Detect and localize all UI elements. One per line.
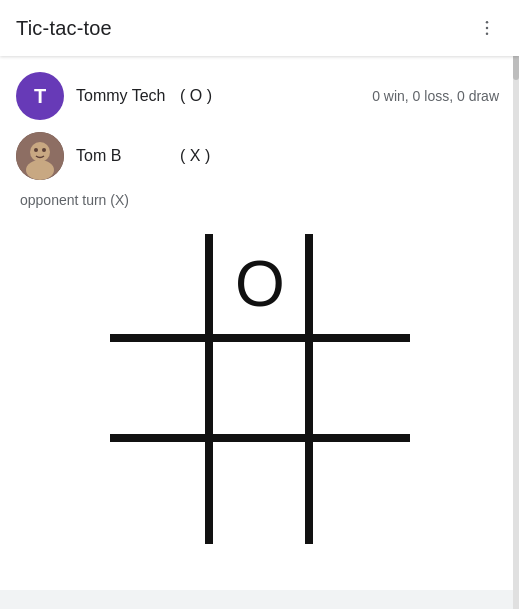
turn-indicator: opponent turn (X) xyxy=(20,192,503,208)
player-name-0: Tommy Tech xyxy=(76,87,176,105)
cell-2-0[interactable] xyxy=(110,442,205,542)
player-row-0: T Tommy Tech ( O ) 0 win, 0 loss, 0 draw xyxy=(16,72,503,120)
main-content: T Tommy Tech ( O ) 0 win, 0 loss, 0 draw… xyxy=(0,56,519,590)
grid-line-v1 xyxy=(205,234,213,544)
cell-2-1[interactable] xyxy=(213,442,308,542)
svg-point-4 xyxy=(30,142,50,162)
cell-1-2[interactable] xyxy=(313,342,408,442)
player-stats-0: 0 win, 0 loss, 0 draw xyxy=(372,88,499,104)
avatar-tom-b xyxy=(16,132,64,180)
app-bar: Tic-tac-toe xyxy=(0,0,519,56)
svg-point-0 xyxy=(486,21,489,24)
cell-2-2[interactable] xyxy=(313,442,408,542)
avatar-tommy-tech: T xyxy=(16,72,64,120)
cell-1-0[interactable] xyxy=(110,342,205,442)
svg-point-6 xyxy=(34,148,38,152)
grid-line-h1 xyxy=(110,334,410,342)
svg-point-7 xyxy=(42,148,46,152)
player-symbol-0: ( O ) xyxy=(180,87,240,105)
cell-0-2[interactable] xyxy=(313,234,408,334)
svg-point-5 xyxy=(26,160,54,180)
svg-point-1 xyxy=(486,27,489,30)
svg-point-2 xyxy=(486,33,489,36)
scrollbar-track[interactable] xyxy=(513,0,519,609)
more-options-button[interactable] xyxy=(471,12,503,44)
game-board: O xyxy=(110,234,410,544)
cell-0-1[interactable]: O xyxy=(213,234,308,334)
board-container: O xyxy=(16,224,503,574)
app-title: Tic-tac-toe xyxy=(16,17,112,40)
player-name-1: Tom B xyxy=(76,147,176,165)
player-row-1: Tom B ( X ) xyxy=(16,132,503,180)
player-symbol-1: ( X ) xyxy=(180,147,240,165)
cell-0-0[interactable] xyxy=(110,234,205,334)
cell-1-1[interactable] xyxy=(213,342,308,442)
